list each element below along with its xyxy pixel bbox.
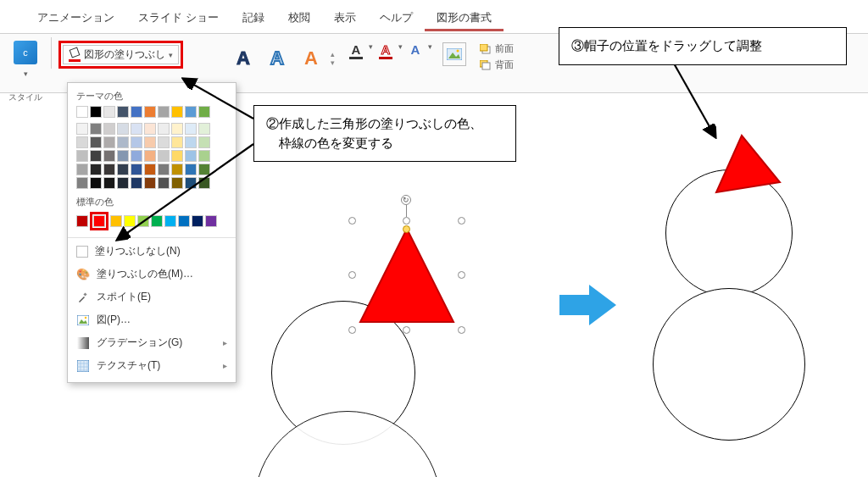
theme-color-swatch[interactable] — [76, 106, 88, 118]
theme-color-swatch[interactable] — [171, 106, 183, 118]
theme-shade-swatch[interactable] — [76, 177, 88, 189]
image-placeholder-icon[interactable] — [442, 42, 466, 66]
theme-color-swatch[interactable] — [158, 106, 170, 118]
theme-shade-swatch[interactable] — [131, 136, 142, 148]
theme-shade-swatch[interactable] — [198, 150, 210, 162]
theme-shade-swatch[interactable] — [198, 136, 210, 148]
standard-color-swatch[interactable] — [164, 215, 176, 227]
tab-slideshow[interactable]: スライド ショー — [126, 7, 231, 31]
triangle-selection[interactable] — [352, 220, 462, 330]
theme-shade-swatch[interactable] — [90, 150, 102, 162]
theme-shade-swatch[interactable] — [171, 164, 183, 175]
theme-shade-swatch[interactable] — [198, 177, 210, 189]
shape-fill-button[interactable]: 図形の塗りつぶし ▾ — [63, 45, 179, 64]
theme-shade-swatch[interactable] — [185, 164, 197, 175]
resize-handle-ne[interactable] — [458, 217, 465, 225]
tab-review[interactable]: 校閲 — [276, 7, 322, 31]
theme-shade-swatch[interactable] — [117, 123, 129, 135]
theme-shade-swatch[interactable] — [131, 177, 142, 189]
slide-canvas[interactable] — [254, 191, 526, 470]
theme-shade-swatch[interactable] — [76, 136, 88, 148]
theme-shade-swatch[interactable] — [103, 164, 115, 175]
tab-help[interactable]: ヘルプ — [368, 7, 425, 31]
text-effects-button[interactable]: A — [406, 42, 425, 59]
text-fill-button[interactable]: A — [347, 42, 365, 59]
theme-shade-swatch[interactable] — [103, 177, 115, 189]
theme-shade-swatch[interactable] — [171, 150, 183, 162]
chevron-down-icon[interactable]: ▾ — [428, 42, 432, 51]
standard-color-swatch[interactable] — [151, 215, 163, 227]
theme-shade-swatch[interactable] — [158, 177, 170, 189]
texture-fill-item[interactable]: テクスチャ(T) ▸ — [68, 354, 236, 377]
theme-shade-swatch[interactable] — [117, 136, 129, 148]
standard-color-swatch[interactable] — [205, 215, 217, 227]
theme-shade-swatch[interactable] — [198, 164, 210, 175]
theme-shade-swatch[interactable] — [117, 177, 129, 189]
theme-shade-swatch[interactable] — [103, 123, 115, 135]
theme-shade-swatch[interactable] — [90, 123, 102, 135]
theme-shade-swatch[interactable] — [144, 150, 156, 162]
theme-color-swatch[interactable] — [117, 106, 129, 118]
theme-shade-swatch[interactable] — [185, 150, 197, 162]
standard-color-swatch[interactable] — [76, 215, 88, 227]
theme-shade-swatch[interactable] — [171, 123, 183, 135]
chevron-down-icon[interactable]: ▾ — [398, 42, 403, 51]
rotate-handle[interactable] — [401, 195, 411, 205]
chevron-down-icon[interactable]: ▾ — [369, 42, 373, 51]
theme-shade-swatch[interactable] — [76, 123, 88, 135]
theme-shade-swatch[interactable] — [158, 136, 170, 148]
theme-shade-swatch[interactable] — [90, 164, 102, 175]
standard-color-swatch[interactable] — [178, 215, 190, 227]
theme-shade-swatch[interactable] — [103, 150, 115, 162]
theme-color-swatch[interactable] — [103, 106, 115, 118]
theme-shade-swatch[interactable] — [90, 177, 102, 189]
picture-fill-item[interactable]: 図(P)… — [68, 308, 236, 331]
theme-shade-swatch[interactable] — [117, 164, 129, 175]
theme-shade-swatch[interactable] — [158, 150, 170, 162]
theme-shade-swatch[interactable] — [171, 177, 183, 189]
more-fill-colors-item[interactable]: 🎨 塗りつぶしの色(M)… — [68, 263, 236, 286]
theme-shade-swatch[interactable] — [131, 164, 142, 175]
tab-record[interactable]: 記録 — [231, 7, 276, 31]
theme-shade-swatch[interactable] — [185, 123, 197, 135]
tab-shape-format[interactable]: 図形の書式 — [425, 7, 504, 31]
eyedropper-item[interactable]: スポイト(E) — [68, 286, 236, 308]
theme-shade-swatch[interactable] — [144, 136, 156, 148]
theme-color-swatch[interactable] — [131, 106, 142, 118]
bring-to-front[interactable]: 前面 — [480, 42, 514, 55]
theme-shade-swatch[interactable] — [103, 136, 115, 148]
theme-shade-swatch[interactable] — [131, 150, 142, 162]
theme-shade-swatch[interactable] — [198, 123, 210, 135]
chevron-down-icon[interactable]: ▾ — [24, 69, 28, 78]
theme-shade-swatch[interactable] — [144, 164, 156, 175]
resize-handle-n[interactable] — [403, 217, 410, 225]
theme-color-swatch[interactable] — [90, 106, 102, 118]
theme-shade-swatch[interactable] — [171, 136, 183, 148]
send-to-back[interactable]: 背面 — [480, 58, 514, 71]
standard-color-swatch[interactable] — [110, 215, 122, 227]
wordart-style-3[interactable]: A — [297, 44, 326, 73]
wordart-style-1[interactable]: A — [229, 44, 258, 73]
standard-color-swatch[interactable] — [124, 215, 136, 227]
theme-shade-swatch[interactable] — [131, 123, 142, 135]
theme-shade-swatch[interactable] — [90, 136, 102, 148]
theme-shade-swatch[interactable] — [117, 150, 129, 162]
no-fill-item[interactable]: 塗りつぶしなし(N) — [68, 240, 236, 263]
wordart-more[interactable]: ▴▾ — [331, 44, 335, 73]
chevron-down-icon[interactable]: ▾ — [169, 51, 173, 59]
theme-shade-swatch[interactable] — [185, 136, 197, 148]
theme-shade-swatch[interactable] — [144, 123, 156, 135]
text-outline-button[interactable]: A — [376, 42, 395, 59]
resize-handle-e[interactable] — [458, 271, 465, 279]
theme-color-swatch[interactable] — [185, 106, 197, 118]
standard-color-swatch[interactable] — [137, 215, 149, 227]
resize-handle-sw[interactable] — [348, 326, 356, 334]
standard-color-swatch[interactable] — [192, 215, 203, 227]
theme-shade-swatch[interactable] — [158, 164, 170, 175]
theme-color-swatch[interactable] — [198, 106, 210, 118]
theme-shade-swatch[interactable] — [76, 150, 88, 162]
resize-handle-w[interactable] — [348, 271, 356, 279]
resize-handle-s[interactable] — [403, 326, 410, 334]
theme-shade-swatch[interactable] — [144, 177, 156, 189]
wordart-style-2[interactable]: A — [263, 44, 292, 73]
